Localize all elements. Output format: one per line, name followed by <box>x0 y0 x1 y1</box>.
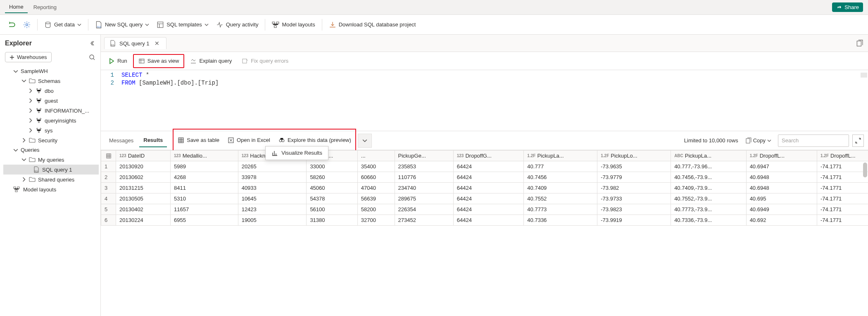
data-cell[interactable]: 289675 <box>395 193 453 204</box>
data-cell[interactable]: 64424 <box>453 161 524 172</box>
data-cell[interactable]: 12423 <box>238 204 307 215</box>
save-as-view-button[interactable]: Save as view <box>134 55 183 67</box>
code-area[interactable]: SELECT * FROM [SampleWH].[dbo].[Trip] <box>121 72 868 129</box>
table-row[interactable]: 4201305055310106455437856639289675644244… <box>101 193 868 204</box>
data-cell[interactable]: 20130402 <box>116 204 171 215</box>
data-cell[interactable]: 226354 <box>395 204 453 215</box>
data-cell[interactable]: -73.9779 <box>597 172 671 183</box>
get-data-button[interactable]: Get data <box>41 19 85 31</box>
data-cell[interactable]: 40.7336 <box>524 215 597 226</box>
collapse-icon[interactable] <box>89 40 95 47</box>
data-cell[interactable]: 40.7456 <box>524 172 597 183</box>
data-cell[interactable]: 4268 <box>170 172 238 183</box>
data-cell[interactable]: 11657 <box>170 204 238 215</box>
data-cell[interactable]: 45060 <box>307 183 357 193</box>
column-header[interactable]: 123Medallio... <box>170 151 238 161</box>
share-button[interactable]: Share <box>832 2 863 12</box>
data-cell[interactable]: 40933 <box>238 183 307 193</box>
data-cell[interactable]: 33000 <box>307 161 357 172</box>
new-sql-query-button[interactable]: SQL New SQL query <box>92 19 152 31</box>
tree-node-sql-query-1[interactable]: SQL SQL query 1 <box>3 165 99 175</box>
data-cell[interactable]: 20130224 <box>116 215 171 226</box>
table-row[interactable]: 2201306024268339785826060660110776644244… <box>101 172 868 183</box>
window-copy-button[interactable] <box>851 40 868 47</box>
tree-node-queryinsights[interactable]: queryinsights <box>3 116 99 125</box>
data-cell[interactable]: 5989 <box>170 161 238 172</box>
data-cell[interactable]: 64424 <box>453 215 524 226</box>
data-cell[interactable]: 6955 <box>170 215 238 226</box>
data-cell[interactable]: 64424 <box>453 204 524 215</box>
download-button[interactable]: Download SQL database project <box>326 19 419 31</box>
explain-query-button[interactable]: Explain query <box>186 55 236 67</box>
tree-node-sys[interactable]: sys <box>3 125 99 135</box>
data-cell[interactable]: 19005 <box>238 215 307 226</box>
data-cell[interactable]: 64424 <box>453 193 524 204</box>
column-header[interactable]: 1.2FPickupLa... <box>524 151 597 161</box>
messages-tab[interactable]: Messages <box>105 134 138 147</box>
column-header[interactable]: 123DateID <box>116 151 171 161</box>
search-input[interactable]: Search <box>778 134 849 147</box>
data-cell[interactable]: 35400 <box>357 161 395 172</box>
data-cell[interactable]: 20130920 <box>116 161 171 172</box>
data-cell[interactable]: 64424 <box>453 183 524 193</box>
query-tab[interactable]: SQL SQL query 1 ✕ <box>104 37 166 49</box>
data-cell[interactable]: -73.982 <box>597 183 671 193</box>
data-cell[interactable]: 234740 <box>395 183 453 193</box>
data-cell[interactable]: 235853 <box>395 161 453 172</box>
save-as-table-button[interactable]: Save as table <box>174 134 224 146</box>
data-cell[interactable]: 40.6949 <box>746 204 817 215</box>
add-warehouses-button[interactable]: Warehouses <box>5 52 52 62</box>
refresh-button[interactable] <box>5 19 19 31</box>
data-cell[interactable]: 40.777,-73.96... <box>671 161 747 172</box>
data-cell[interactable]: -73.9635 <box>597 161 671 172</box>
data-cell[interactable]: -73.9733 <box>597 193 671 204</box>
data-cell[interactable]: 58260 <box>307 172 357 183</box>
data-cell[interactable]: 5310 <box>170 193 238 204</box>
column-header[interactable]: 1.2FDropoffL... <box>817 151 868 161</box>
data-cell[interactable]: 33978 <box>238 172 307 183</box>
data-cell[interactable]: 40.7773 <box>524 204 597 215</box>
copy-button[interactable]: Copy <box>742 136 775 146</box>
data-cell[interactable]: 8411 <box>170 183 238 193</box>
data-cell[interactable]: 40.777 <box>524 161 597 172</box>
tree-node-info-schema[interactable]: INFORMATION_... <box>3 106 99 116</box>
data-cell[interactable]: 40.6947 <box>746 161 817 172</box>
data-cell[interactable]: 10645 <box>238 193 307 204</box>
data-cell[interactable]: 47040 <box>357 183 395 193</box>
visualize-results-popup[interactable]: Visualize Results <box>265 146 328 160</box>
tree-node-dbo[interactable]: dbo <box>3 86 99 96</box>
data-cell[interactable]: 56639 <box>357 193 395 204</box>
column-header[interactable]: 1.2FPickupLo... <box>597 151 671 161</box>
close-tab-button[interactable]: ✕ <box>153 40 161 47</box>
column-header[interactable]: 1.2FDropoffL... <box>746 151 817 161</box>
sql-editor[interactable]: 1 2 SELECT * FROM [SampleWH].[dbo].[Trip… <box>101 70 868 131</box>
data-cell[interactable]: 110776 <box>395 172 453 183</box>
data-cell[interactable]: 273452 <box>395 215 453 226</box>
nav-tab-home[interactable]: Home <box>5 1 28 13</box>
data-cell[interactable]: 31380 <box>307 215 357 226</box>
data-cell[interactable]: 58200 <box>357 204 395 215</box>
data-cell[interactable]: 40.695 <box>746 193 817 204</box>
expand-button[interactable] <box>852 134 864 147</box>
data-cell[interactable]: -74.1771 <box>817 183 868 193</box>
table-row[interactable]: 6201302246955190053138032700273452644244… <box>101 215 868 226</box>
settings-button[interactable] <box>20 19 34 31</box>
explore-data-button[interactable]: Explore this data (preview) <box>274 134 355 146</box>
data-cell[interactable]: -74.1771 <box>817 161 868 172</box>
tree-node-guest[interactable]: guest <box>3 96 99 106</box>
tree-node-samplewh[interactable]: SampleWH <box>3 66 99 76</box>
column-header[interactable]: 123DropoffG... <box>453 151 524 161</box>
data-cell[interactable]: 54378 <box>307 193 357 204</box>
data-cell[interactable]: 40.7409,-73.9... <box>671 183 747 193</box>
data-cell[interactable]: 40.7409 <box>524 183 597 193</box>
run-button[interactable]: Run <box>104 55 131 67</box>
column-header[interactable]: PickupGe... <box>395 151 453 161</box>
data-cell[interactable]: 20130505 <box>116 193 171 204</box>
data-cell[interactable]: -74.1771 <box>817 193 868 204</box>
tree-node-my-queries[interactable]: My queries <box>3 155 99 165</box>
query-activity-button[interactable]: Query activity <box>213 19 262 31</box>
data-cell[interactable]: -73.9823 <box>597 204 671 215</box>
open-in-excel-button[interactable]: Open in Excel <box>224 134 274 146</box>
data-cell[interactable]: -74.1771 <box>817 204 868 215</box>
tree-node-queries[interactable]: Queries <box>3 145 99 155</box>
